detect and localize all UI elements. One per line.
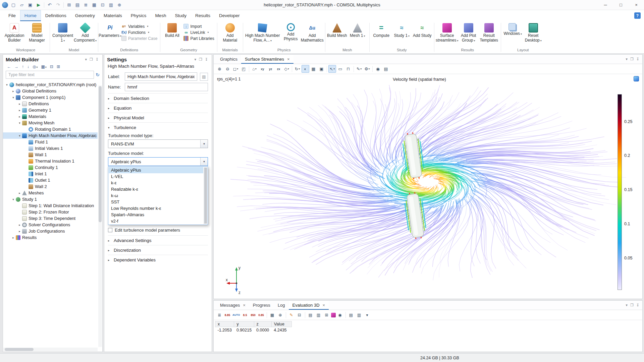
surface-streamlines-button[interactable]: Surface streamlines▾ [436,22,458,48]
tree-item-rotating-domain1[interactable]: Rotating Domain 1 [3,126,98,132]
collapse-all-icon[interactable]: ⊟ [49,64,55,69]
horizontal-scrollbar[interactable] [3,348,98,351]
part-libraries-button[interactable]: Part Libraries [183,36,214,41]
functions-button[interactable]: f(x) Functions ▾ [121,30,157,35]
settings-window-icon[interactable]: ⊡ [99,1,107,9]
tree-item-thermal-insulation1[interactable]: Thermal Insulation 1 [3,158,98,164]
label-field[interactable] [125,72,197,81]
chevron-down-icon[interactable]: ▾ [200,158,208,166]
view-yz-icon[interactable]: yz [267,65,274,73]
zoom-out-icon[interactable]: ⊖ [224,65,231,73]
scrollbar-thumb[interactable] [204,168,207,224]
add-table-icon[interactable]: ⊞ [323,311,330,319]
move-up-icon[interactable]: ↑ [20,64,25,69]
tab-definitions[interactable]: Definitions [41,10,71,21]
tree-item-moving-mesh[interactable]: ▾Moving Mesh [3,120,98,126]
export-table-icon[interactable]: ▥ [315,311,322,319]
section-physical-model[interactable]: ▸ Physical Model [108,113,208,122]
save-icon[interactable]: ▣ [26,1,34,9]
tree-chevron-closed-icon[interactable]: ▸ [17,230,22,233]
model-tree-node-icon[interactable]: ▦▾ [40,64,48,69]
tab-home[interactable]: Home [20,10,41,21]
search-icon[interactable]: ⊕ [115,1,123,9]
close-icon[interactable]: × [243,303,246,308]
tab-messages[interactable]: Messages × [216,301,249,310]
environment-icon[interactable]: ▣ [318,65,325,73]
tree-chevron-closed-icon[interactable]: ▸ [17,115,22,118]
tab-physics[interactable]: Physics [126,10,151,21]
show-options-icon[interactable]: ◎▾ [31,64,39,69]
delete-icon[interactable]: ≣ [82,1,90,9]
pen-annotation-icon[interactable]: ✎▾ [355,65,363,73]
tree-chevron-closed-icon[interactable]: ▸ [17,223,22,227]
clear-table-icon[interactable]: ⊟ [296,311,303,319]
zoom-extents-icon[interactable]: ◰ [240,65,248,73]
parameters-button[interactable]: Pi Parameters▾ [100,22,120,48]
tree-item-step3[interactable]: Step 3: Time Dependent [3,215,98,222]
tree-item-solver-configurations[interactable]: ▸Solver Configurations [3,222,98,228]
tree-item-fluid1[interactable]: Fluid 1 [3,139,98,145]
tree-item-root[interactable]: ▾helicopter_rotor_STATIONARY.mph (root) [3,81,98,88]
tree-item-outlet1[interactable]: Outlet 1 [3,177,98,183]
open-file-icon[interactable]: ▱ [18,1,26,9]
tree-item-continuity1[interactable]: Continuity 1 [3,164,98,171]
panel-pin-icon[interactable]: ↧ [635,57,640,61]
precision-085-icon[interactable]: 0.85 [258,311,265,319]
section-dependent-variables[interactable]: ▸ Dependent Variables [108,255,208,264]
tree-chevron-open-icon[interactable]: ▾ [5,83,9,86]
edit-table-icon[interactable]: ✎ [288,311,295,319]
tab-geometry[interactable]: Geometry [71,10,99,21]
plot-settings-icon[interactable]: ⚙▾ [363,65,371,73]
build-all-button[interactable]: Build All [162,22,182,48]
panel-float-icon[interactable]: ❐ [629,57,635,61]
tree-item-step1[interactable]: Step 1: Wall Distance Initialization [3,202,98,209]
chevron-down-icon[interactable]: ▾ [200,140,208,148]
paste-icon[interactable]: ▤ [73,1,82,9]
tree-chevron-open-icon[interactable]: ▾ [11,198,15,201]
zoom-box-icon[interactable]: ◻▾ [232,65,239,73]
add-mathematics-button[interactable]: Δu Add Mathematics [301,22,323,48]
rename-label-icon[interactable]: ▤ [200,73,208,81]
section-advanced-settings[interactable]: ▸ Advanced Settings [108,235,208,245]
name-field[interactable] [125,83,208,91]
tree-item-study1[interactable]: ▾Study 1 [3,196,98,202]
tree-chevron-closed-icon[interactable]: ▸ [17,191,22,195]
tree-item-job-configurations[interactable]: ▸Job Configurations [3,228,98,234]
plot-table-icon[interactable]: ◉ [336,311,344,319]
dropdown-option[interactable]: k-ω [109,192,203,199]
compute-button[interactable]: = Compute [371,22,391,48]
tree-item-definitions[interactable]: ▸Definitions [3,101,98,107]
windows-button[interactable]: Windows▾ [503,22,523,48]
mesh-1-button[interactable]: Mesh 1▾ [347,22,368,48]
model-tree-icon[interactable]: ▦ [90,1,98,9]
tree-chevron-open-icon[interactable]: ▾ [17,121,22,125]
tree-item-wall1[interactable]: Wall 1 [3,152,98,158]
tree-item-materials[interactable]: ▸Materials [3,113,98,120]
lock-view-icon[interactable]: ⊓ [344,65,352,73]
undo-icon[interactable]: ↶ [46,1,54,9]
copy-icon[interactable]: ⊞ [65,1,73,9]
go-back-icon[interactable]: ← [6,64,12,69]
physics-interface-button[interactable]: High Mach Number Flow, A...▾ [245,22,280,48]
edit-turbulence-parameters-checkbox[interactable] [108,228,112,232]
panel-menu-icon[interactable]: ▾ [625,57,629,61]
panel-float-icon[interactable]: ❐ [89,57,94,62]
dropdown-option[interactable]: k-ε [109,180,203,186]
livelink-button[interactable]: ∞ LiveLink ▾ [183,30,214,35]
close-icon[interactable]: × [323,303,325,308]
streamline-plot[interactable] [214,74,642,299]
panel-float-icon[interactable]: ❐ [629,303,635,307]
snapshot-icon[interactable]: ◉ [374,65,382,73]
dropdown-option[interactable]: Spalart–Allmaras [109,212,203,218]
study-1-button[interactable]: ≈ Study 1▾ [392,22,412,48]
tree-item-results[interactable]: ▸Results [3,234,98,241]
tab-surface-streamlines[interactable]: Surface Streamlines × [241,55,293,64]
graphics-canvas[interactable]: rps_c(4)=1 1 Velocity field (spatial fra… [214,74,642,299]
move-down-icon[interactable]: ↓ [26,64,31,69]
tree-chevron-closed-icon[interactable]: ▸ [11,89,15,93]
add-material-button[interactable]: Add Material [219,22,241,48]
tab-evaluation-3d[interactable]: Evaluation 3D × [289,301,329,310]
edit-turbulence-parameters-row[interactable]: Edit turbulence model parameters [108,228,208,233]
tab-results[interactable]: Results [191,10,215,21]
auto-notation-icon[interactable]: AUTO [232,311,241,319]
